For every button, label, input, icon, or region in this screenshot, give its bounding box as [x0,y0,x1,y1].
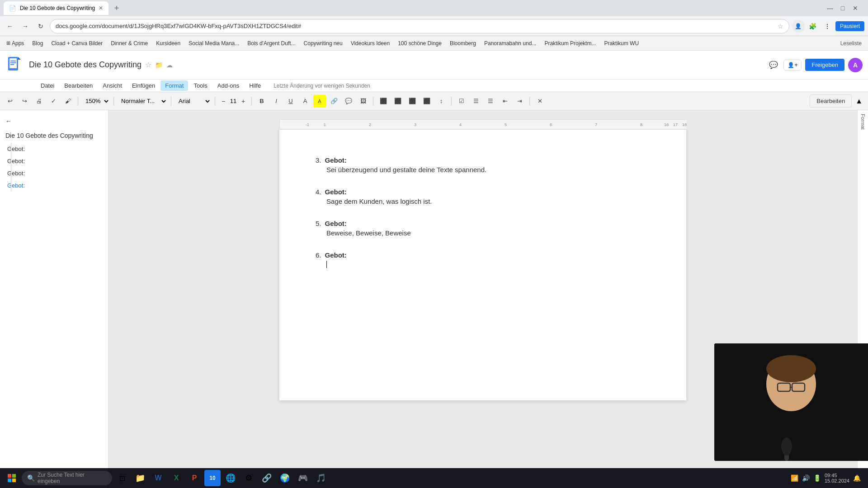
bookmark-social[interactable]: Social Media Mana... [186,39,242,47]
doc-title[interactable]: Die 10 Gebote des Copywriting [29,60,142,70]
bookmark-100[interactable]: 100 schöne Dinge [395,39,444,47]
menu-hilfe[interactable]: Hilfe [245,80,265,91]
start-btn[interactable] [4,470,20,486]
active-tab[interactable]: 📄 Die 10 Gebote des Copywriting ✕ [4,1,108,15]
new-tab-btn[interactable]: + [110,2,123,14]
extensions-btn[interactable]: 🧩 [807,20,819,33]
doc-page[interactable]: 3. Gebot: Sei überzeugend und gestalte d… [279,129,686,400]
sidebar-item-1[interactable]: Gebot: [0,155,108,167]
tray-battery[interactable]: 🔋 [813,474,821,482]
checklist-btn[interactable]: ☑ [455,95,468,108]
sidebar-item-2[interactable]: Gebot: [0,167,108,179]
toolbar-collapse-btn[interactable]: ▲ [854,95,864,107]
tray-notification[interactable]: 🔔 [853,474,861,482]
pausiert-btn[interactable]: Pausiert [835,21,864,31]
profile-icon[interactable]: 👤 [792,20,805,33]
font-size-minus[interactable]: − [219,97,228,106]
menu-ansicht[interactable]: Ansicht [98,80,127,91]
bookmark-bois[interactable]: Bois d'Argent Duft... [245,39,298,47]
font-color-btn[interactable]: A [299,95,311,108]
bearbeiten-btn[interactable]: Bearbeiten [810,94,852,108]
italic-btn[interactable]: I [270,95,283,108]
cloud-icon[interactable]: ☁ [166,61,173,69]
taskview-btn[interactable]: ⊡ [114,470,130,486]
menu-btn[interactable]: ⋮ [821,20,834,33]
comment-btn[interactable]: 💬 [342,95,355,108]
leseliste-btn[interactable]: Leseliste [838,39,864,47]
undo-btn[interactable]: ↩ [4,95,16,108]
underline-btn[interactable]: U [284,95,297,108]
image-btn[interactable]: 🖼 [357,95,369,108]
bookmark-kurs[interactable]: Kursideen [153,39,183,47]
paintformat-btn[interactable]: 🖌 [61,95,74,108]
taskbar-app2[interactable]: ⚙ [241,470,257,486]
menu-datei[interactable]: Datei [36,80,59,91]
share-btn[interactable]: 👤+ [783,60,802,70]
address-bar[interactable]: docs.google.com/document/d/1JSojgHRq3Exf… [50,19,789,33]
gebot-6-text[interactable] [316,261,650,268]
zoom-select[interactable]: 150% 100% [82,95,110,108]
menu-einfügen[interactable]: Einfügen [127,80,160,91]
taskbar-game[interactable]: 🎮 [295,470,311,486]
highlight-btn[interactable]: A [313,95,326,108]
taskbar-app1[interactable]: 10 [204,470,221,486]
bookmark-copywriting[interactable]: Copywriting neu [301,39,345,47]
line-spacing-btn[interactable]: ↕ [435,95,448,108]
back-btn[interactable]: ← [4,20,16,33]
font-size-plus[interactable]: + [239,97,248,106]
freigeben-btn[interactable]: Freigeben [805,59,844,71]
print-btn[interactable]: 🖨 [33,95,45,108]
folder-icon[interactable]: 📁 [155,61,163,69]
bookmark-blog[interactable]: Blog [29,39,46,47]
sidebar-item-0[interactable]: Gebot: [0,143,108,155]
tab-close-btn[interactable]: ✕ [99,5,103,11]
menu-addons[interactable]: Add-ons [213,80,244,91]
format-sidebar-label[interactable]: Format [860,114,866,130]
maximize-btn[interactable]: □ [837,3,848,14]
taskbar-browser2[interactable]: 🌍 [277,470,293,486]
minimize-btn[interactable]: — [825,3,835,14]
sidebar-item-3[interactable]: Gebot: [0,179,108,192]
bookmark-star[interactable]: ☆ [778,23,783,30]
reload-btn[interactable]: ↻ [34,20,47,33]
bookmark-bloomberg[interactable]: Bloomberg [447,39,479,47]
align-center-btn[interactable]: ⬛ [392,95,404,108]
menu-bearbeiten[interactable]: Bearbeiten [60,80,97,91]
close-btn[interactable]: ✕ [850,3,861,14]
bookmark-cload[interactable]: Cload + Canva Bilder [48,39,105,47]
link-btn[interactable]: 🔗 [328,95,340,108]
avatar[interactable]: A [848,58,863,72]
bookmark-praktikum1[interactable]: Praktikum Projektm... [542,39,599,47]
sidebar-back-btn[interactable]: ← [0,114,108,128]
font-select[interactable]: Arial [175,95,211,108]
taskbar-word[interactable]: W [150,470,166,486]
menu-format[interactable]: Format [160,80,188,91]
taskbar-app3[interactable]: 🔗 [259,470,275,486]
align-right-btn[interactable]: ⬛ [406,95,419,108]
bookmark-videokurs[interactable]: Videokurs Ideen [348,39,393,47]
forward-btn[interactable]: → [19,20,32,33]
bookmark-apps[interactable]: ⊞ Apps [4,39,27,47]
bookmark-panorama[interactable]: Panoramabahn und... [481,39,539,47]
spell-btn[interactable]: ✓ [47,95,60,108]
numbered-btn[interactable]: ☰ [484,95,497,108]
indent-less-btn[interactable]: ⇤ [499,95,511,108]
clear-format-btn[interactable]: ✕ [533,95,546,108]
tray-sound[interactable]: 🔊 [802,474,810,482]
taskbar-explorer[interactable]: 📁 [132,470,148,486]
bullets-btn[interactable]: ☰ [470,95,482,108]
tray-network[interactable]: 📶 [791,474,798,482]
indent-more-btn[interactable]: ⇥ [513,95,526,108]
star-icon[interactable]: ☆ [145,61,151,69]
bookmark-dinner[interactable]: Dinner & Crime [108,39,151,47]
justify-btn[interactable]: ⬛ [420,95,433,108]
style-select[interactable]: Normaler T... [118,95,167,108]
align-left-btn[interactable]: ⬛ [377,95,390,108]
font-size-value[interactable]: 11 [229,98,238,104]
taskbar-powerpoint[interactable]: P [186,470,203,486]
comments-icon[interactable]: 💬 [767,59,780,71]
taskbar-spotify[interactable]: 🎵 [313,470,329,486]
taskbar-excel[interactable]: X [168,470,184,486]
taskbar-chrome[interactable]: 🌐 [222,470,239,486]
bold-btn[interactable]: B [255,95,268,108]
